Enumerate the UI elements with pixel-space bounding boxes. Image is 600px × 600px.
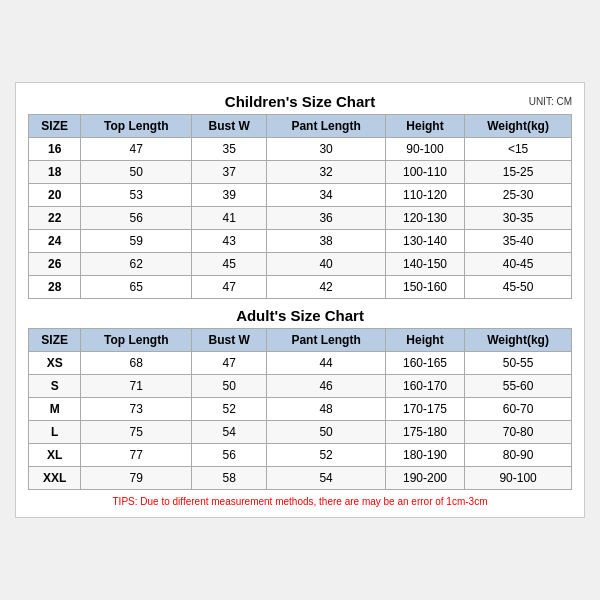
table-cell: 41 [192, 207, 267, 230]
table-cell: 52 [267, 444, 386, 467]
adults-header-weight: Weight(kg) [465, 329, 572, 352]
children-table: SIZE Top Length Bust W Pant Length Heigh… [28, 114, 572, 299]
children-header-height: Height [385, 115, 464, 138]
table-cell: 79 [81, 467, 192, 490]
table-cell: 54 [192, 421, 267, 444]
adults-header-size: SIZE [29, 329, 81, 352]
table-cell: 190-200 [385, 467, 464, 490]
table-row: 1647353090-100<15 [29, 138, 572, 161]
table-cell: 68 [81, 352, 192, 375]
adults-title-row: Adult's Size Chart [28, 307, 572, 324]
children-header-top-length: Top Length [81, 115, 192, 138]
table-cell: 40-45 [465, 253, 572, 276]
table-row: 18503732100-11015-25 [29, 161, 572, 184]
table-cell: 180-190 [385, 444, 464, 467]
table-row: 28654742150-16045-50 [29, 276, 572, 299]
table-cell: 22 [29, 207, 81, 230]
table-row: XXL795854190-20090-100 [29, 467, 572, 490]
table-cell: 40 [267, 253, 386, 276]
table-cell: 56 [81, 207, 192, 230]
table-cell: 140-150 [385, 253, 464, 276]
adults-header-bust-w: Bust W [192, 329, 267, 352]
table-cell: 20 [29, 184, 81, 207]
children-header-bust-w: Bust W [192, 115, 267, 138]
adults-header-height: Height [385, 329, 464, 352]
table-cell: 80-90 [465, 444, 572, 467]
table-cell: 47 [192, 352, 267, 375]
table-cell: 73 [81, 398, 192, 421]
table-cell: 30 [267, 138, 386, 161]
table-cell: 15-25 [465, 161, 572, 184]
table-cell: 175-180 [385, 421, 464, 444]
table-cell: 38 [267, 230, 386, 253]
table-cell: 25-30 [465, 184, 572, 207]
table-cell: L [29, 421, 81, 444]
table-cell: 45-50 [465, 276, 572, 299]
table-cell: 32 [267, 161, 386, 184]
table-cell: 24 [29, 230, 81, 253]
table-cell: 30-35 [465, 207, 572, 230]
adults-table: SIZE Top Length Bust W Pant Length Heigh… [28, 328, 572, 490]
unit-label: UNIT: CM [529, 96, 572, 107]
table-cell: 16 [29, 138, 81, 161]
tips-text: TIPS: Due to different measurement metho… [28, 496, 572, 507]
table-row: 26624540140-15040-45 [29, 253, 572, 276]
table-cell: XXL [29, 467, 81, 490]
table-cell: 44 [267, 352, 386, 375]
table-cell: 55-60 [465, 375, 572, 398]
table-cell: 37 [192, 161, 267, 184]
table-row: 24594338130-14035-40 [29, 230, 572, 253]
table-cell: 70-80 [465, 421, 572, 444]
table-cell: 56 [192, 444, 267, 467]
table-cell: 50 [81, 161, 192, 184]
table-cell: 62 [81, 253, 192, 276]
table-cell: 45 [192, 253, 267, 276]
table-cell: XS [29, 352, 81, 375]
table-cell: XL [29, 444, 81, 467]
table-cell: 58 [192, 467, 267, 490]
table-cell: 150-160 [385, 276, 464, 299]
adults-header-pant-length: Pant Length [267, 329, 386, 352]
adults-table-body: XS684744160-16550-55S715046160-17055-60M… [29, 352, 572, 490]
table-cell: 77 [81, 444, 192, 467]
table-cell: 59 [81, 230, 192, 253]
table-cell: 160-165 [385, 352, 464, 375]
chart-container: Children's Size Chart UNIT: CM SIZE Top … [15, 82, 585, 518]
table-cell: 50 [192, 375, 267, 398]
table-cell: 110-120 [385, 184, 464, 207]
table-cell: <15 [465, 138, 572, 161]
table-cell: 47 [81, 138, 192, 161]
children-header-pant-length: Pant Length [267, 115, 386, 138]
table-cell: 120-130 [385, 207, 464, 230]
table-cell: S [29, 375, 81, 398]
table-cell: 26 [29, 253, 81, 276]
table-cell: 34 [267, 184, 386, 207]
table-row: 22564136120-13030-35 [29, 207, 572, 230]
children-title-row: Children's Size Chart UNIT: CM [28, 93, 572, 110]
table-cell: 28 [29, 276, 81, 299]
table-cell: 42 [267, 276, 386, 299]
table-cell: 130-140 [385, 230, 464, 253]
table-cell: 39 [192, 184, 267, 207]
table-cell: 75 [81, 421, 192, 444]
table-cell: 48 [267, 398, 386, 421]
table-cell: 90-100 [465, 467, 572, 490]
table-cell: 160-170 [385, 375, 464, 398]
table-cell: 65 [81, 276, 192, 299]
table-cell: 54 [267, 467, 386, 490]
table-cell: 53 [81, 184, 192, 207]
table-cell: 43 [192, 230, 267, 253]
table-cell: 50-55 [465, 352, 572, 375]
adults-title: Adult's Size Chart [236, 307, 364, 324]
table-row: 20533934110-12025-30 [29, 184, 572, 207]
table-cell: 52 [192, 398, 267, 421]
table-cell: 36 [267, 207, 386, 230]
table-row: XL775652180-19080-90 [29, 444, 572, 467]
adults-header-top-length: Top Length [81, 329, 192, 352]
table-row: XS684744160-16550-55 [29, 352, 572, 375]
children-table-body: 1647353090-100<1518503732100-11015-25205… [29, 138, 572, 299]
table-cell: 35 [192, 138, 267, 161]
table-cell: 100-110 [385, 161, 464, 184]
table-cell: 47 [192, 276, 267, 299]
table-cell: 50 [267, 421, 386, 444]
